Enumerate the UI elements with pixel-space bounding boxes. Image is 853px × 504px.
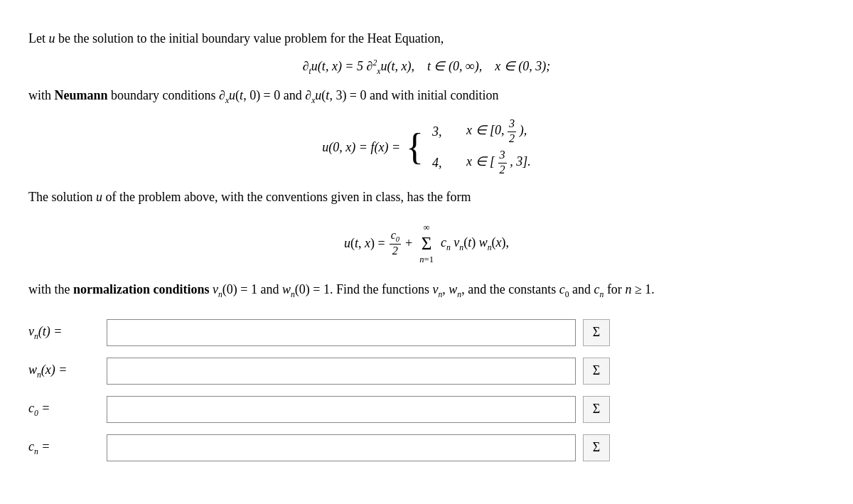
wn-sigma-button[interactable]: Σ (583, 358, 610, 385)
answers-section: vn(t) = Σ wn(x) = Σ c0 = Σ cn = Σ (28, 319, 825, 461)
wn-input[interactable] (107, 358, 576, 385)
wn-label: wn(x) = (28, 360, 100, 382)
solution-intro-text: The solution u of the problem above, wit… (28, 187, 825, 208)
c0-input[interactable] (107, 396, 576, 423)
cn-input[interactable] (107, 434, 576, 461)
c0-label: c0 = (28, 398, 100, 420)
intro-text: Let u be the solution to the initial bou… (28, 28, 825, 49)
neumann-text: with Neumann boundary conditions ∂xu(t, … (28, 85, 825, 107)
c0-row: c0 = Σ (28, 396, 825, 423)
cn-sigma-button[interactable]: Σ (583, 434, 610, 461)
cn-label: cn = (28, 436, 100, 459)
vn-label: vn(t) = (28, 321, 100, 343)
piecewise-case-1: 3, x ∈ [0, 3 2 ), (432, 117, 531, 146)
vn-sigma-button[interactable]: Σ (583, 319, 610, 346)
normalization-text: with the normalization conditions vn(0) … (28, 279, 825, 301)
wn-row: wn(x) = Σ (28, 358, 825, 385)
c0-sigma-button[interactable]: Σ (583, 396, 610, 423)
piecewise-equation: u(0, x) = f(x) = { 3, x ∈ [0, 3 2 ), 4, … (28, 117, 825, 177)
solution-equation: u(t, x) = c0 2 + ∞ Σ n=1 cn vn(t) wn(x), (28, 220, 825, 267)
vn-row: vn(t) = Σ (28, 319, 825, 346)
piecewise-case-2: 4, x ∈ [ 3 2 , 3]. (432, 149, 531, 177)
main-equation: ∂tu(t, x) = 5 ∂2xu(t, x), t ∈ (0, ∞), x … (28, 56, 825, 78)
vn-input[interactable] (107, 319, 576, 346)
cn-row: cn = Σ (28, 434, 825, 461)
